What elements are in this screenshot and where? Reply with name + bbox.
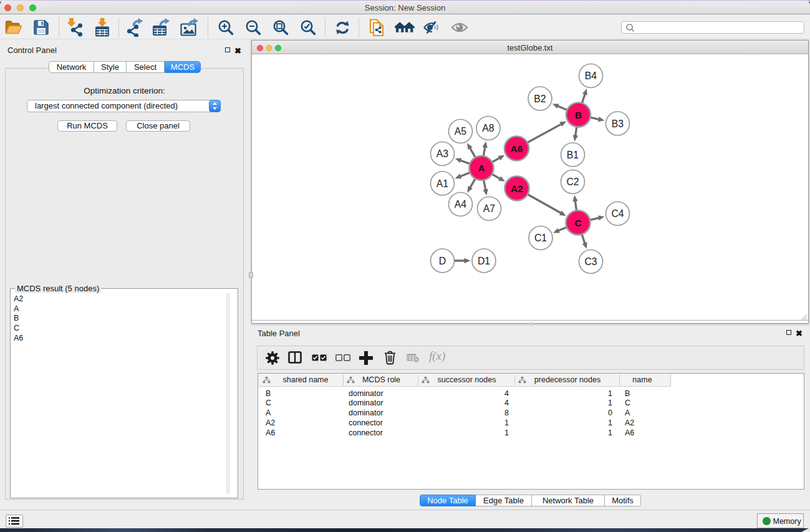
svg-text:A4: A4 (455, 199, 467, 210)
svg-text:B2: B2 (534, 94, 546, 104)
svg-text:A: A (478, 163, 485, 173)
svg-text:C4: C4 (611, 208, 624, 219)
svg-text:B3: B3 (612, 118, 624, 129)
svg-text:B1: B1 (567, 150, 579, 160)
svg-text:A2: A2 (511, 183, 523, 194)
svg-text:A1: A1 (436, 178, 449, 189)
svg-text:C: C (574, 218, 581, 228)
svg-text:A8: A8 (482, 123, 494, 133)
svg-text:C3: C3 (584, 256, 597, 267)
svg-text:D: D (439, 256, 446, 266)
svg-text:C1: C1 (534, 233, 547, 243)
svg-text:B4: B4 (585, 70, 597, 81)
svg-text:B: B (575, 110, 582, 120)
svg-text:A7: A7 (483, 203, 495, 214)
svg-text:A3: A3 (436, 148, 449, 159)
svg-text:C2: C2 (566, 177, 579, 187)
svg-text:D1: D1 (478, 256, 490, 266)
svg-text:A6: A6 (511, 143, 523, 154)
svg-text:A5: A5 (455, 126, 467, 137)
